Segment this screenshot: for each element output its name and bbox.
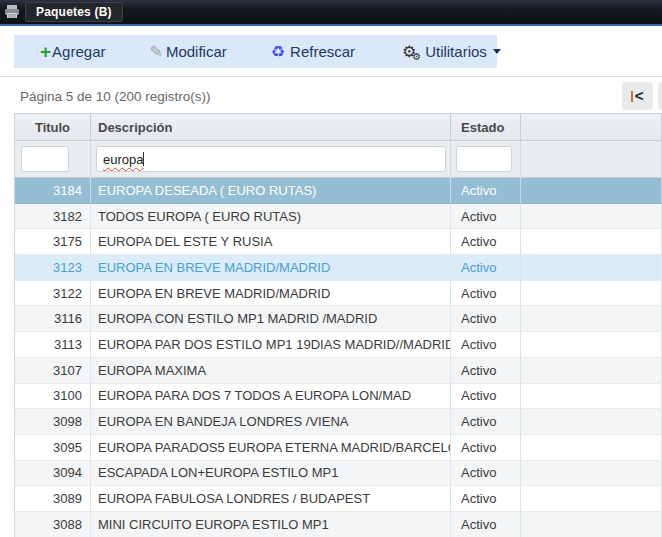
cell-titulo: 3123 bbox=[15, 255, 91, 281]
data-grid: Titulo Descripción Estado europa 3184 EU… bbox=[14, 113, 662, 537]
cell-descripcion: EUROPA PARADOS5 EUROPA ETERNA MADRID/BAR… bbox=[91, 435, 451, 461]
agregar-label: Agregar bbox=[52, 43, 105, 60]
cell-descripcion: EUROPA EN BREVE MADRID/MADRID bbox=[91, 281, 451, 307]
cell-titulo: 3122 bbox=[15, 281, 91, 307]
cell-descripcion: EUROPA EN BANDEJA LONDRES /VIENA bbox=[91, 409, 451, 435]
cell-estado: Activo bbox=[451, 461, 521, 487]
table-row[interactable]: 3182 TODOS EUROPA ( EURO RUTAS) Activo bbox=[15, 204, 662, 230]
toolbar: + Agregar ✎ Modificar ♻ Refrescar ⚙⚙ Uti… bbox=[14, 35, 497, 68]
cell-estado: Activo bbox=[451, 409, 521, 435]
table-row[interactable]: 3089 EUROPA FABULOSA LONDRES / BUDAPEST … bbox=[15, 486, 662, 512]
descripcion-filter-value: europa bbox=[103, 152, 143, 167]
cell-titulo: 3100 bbox=[15, 384, 91, 410]
cell-titulo: 3184 bbox=[15, 178, 91, 204]
cell-descripcion: EUROPA CON ESTILO MP1 MADRID /MADRID bbox=[91, 306, 451, 332]
cell-estado: Activo bbox=[451, 204, 521, 230]
table-row[interactable]: 3107 EUROPA MAXIMA Activo bbox=[15, 358, 662, 384]
app-window: Paquetes (B) + Agregar ✎ Modificar ♻ Ref… bbox=[0, 0, 662, 537]
cell-descripcion: TODOS EUROPA ( EURO RUTAS) bbox=[91, 204, 451, 230]
cell-filler bbox=[521, 409, 662, 435]
cell-estado: Activo bbox=[451, 332, 521, 358]
grid-filter-row: europa bbox=[15, 141, 662, 178]
cell-titulo: 3182 bbox=[15, 204, 91, 230]
utilitarios-label: Utilitarios bbox=[425, 43, 487, 60]
cell-descripcion: EUROPA EN BREVE MADRID/MADRID bbox=[91, 255, 451, 281]
cell-descripcion: EUROPA FABULOSA LONDRES / BUDAPEST bbox=[91, 486, 451, 512]
descripcion-filter-input[interactable]: europa bbox=[96, 146, 446, 172]
cell-estado: Activo bbox=[451, 358, 521, 384]
cell-filler bbox=[521, 358, 662, 384]
cell-descripcion: EUROPA PAR DOS ESTILO MP1 19DIAS MADRID/… bbox=[91, 332, 451, 358]
cell-estado: Activo bbox=[451, 178, 521, 204]
cell-estado: Activo bbox=[451, 255, 521, 281]
column-header-descripcion[interactable]: Descripción bbox=[91, 114, 451, 141]
cell-titulo: 3094 bbox=[15, 461, 91, 487]
cell-descripcion: ESCAPADA LON+EUROPA ESTILO MP1 bbox=[91, 461, 451, 487]
estado-filter-input[interactable] bbox=[456, 146, 512, 172]
cell-titulo: 3095 bbox=[15, 435, 91, 461]
cell-filler bbox=[521, 461, 662, 487]
cell-titulo: 3098 bbox=[15, 409, 91, 435]
cell-estado: Activo bbox=[451, 229, 521, 255]
table-row[interactable]: 3095 EUROPA PARADOS5 EUROPA ETERNA MADRI… bbox=[15, 435, 662, 461]
cell-titulo: 3175 bbox=[15, 229, 91, 255]
table-row[interactable]: 3113 EUROPA PAR DOS ESTILO MP1 19DIAS MA… bbox=[15, 332, 662, 358]
refrescar-button[interactable]: ♻ Refrescar bbox=[271, 43, 355, 60]
cell-titulo: 3089 bbox=[15, 486, 91, 512]
cell-estado: Activo bbox=[451, 435, 521, 461]
cell-filler bbox=[521, 384, 662, 410]
pencil-icon: ✎ bbox=[149, 44, 162, 60]
cell-descripcion: EUROPA MAXIMA bbox=[91, 358, 451, 384]
first-page-icon bbox=[631, 91, 633, 102]
cell-estado: Activo bbox=[451, 486, 521, 512]
table-row[interactable]: 3116 EUROPA CON ESTILO MP1 MADRID /MADRI… bbox=[15, 306, 662, 332]
caret-down-icon bbox=[493, 49, 501, 54]
cell-estado: Activo bbox=[451, 384, 521, 410]
cell-descripcion: EUROPA DESEADA ( EURO RUTAS) bbox=[91, 178, 451, 204]
cell-filler bbox=[521, 281, 662, 307]
cell-titulo: 3113 bbox=[15, 332, 91, 358]
table-row[interactable]: 3122 EUROPA EN BREVE MADRID/MADRID Activ… bbox=[15, 281, 662, 307]
modificar-label: Modificar bbox=[166, 43, 227, 60]
table-row[interactable]: 3098 EUROPA EN BANDEJA LONDRES /VIENA Ac… bbox=[15, 409, 662, 435]
column-header-titulo[interactable]: Titulo bbox=[15, 114, 91, 141]
cell-estado: Activo bbox=[451, 306, 521, 332]
titlebar: Paquetes (B) bbox=[0, 0, 662, 26]
utilitarios-dropdown-button[interactable]: ⚙⚙ Utilitarios bbox=[399, 43, 501, 60]
refrescar-label: Refrescar bbox=[290, 43, 355, 60]
first-page-button[interactable]: < bbox=[622, 82, 653, 110]
pagination-status: Página 5 de 10 (200 registro(s)) bbox=[20, 89, 211, 104]
cell-filler bbox=[521, 229, 662, 255]
cell-titulo: 3088 bbox=[15, 512, 91, 537]
cell-titulo: 3107 bbox=[15, 358, 91, 384]
window-title: Paquetes (B) bbox=[36, 5, 112, 19]
cell-filler bbox=[521, 512, 662, 537]
table-row[interactable]: 3184 EUROPA DESEADA ( EURO RUTAS) Activo bbox=[15, 178, 662, 204]
window-tab[interactable]: Paquetes (B) bbox=[25, 2, 123, 22]
cell-filler bbox=[521, 204, 662, 230]
cell-filler bbox=[521, 306, 662, 332]
modificar-button[interactable]: ✎ Modificar bbox=[149, 43, 226, 60]
cell-titulo: 3116 bbox=[15, 306, 91, 332]
table-row[interactable]: 3100 EUROPA PARA DOS 7 TODOS A EUROPA LO… bbox=[15, 384, 662, 410]
titulo-filter-input[interactable] bbox=[21, 146, 69, 172]
cell-estado: Activo bbox=[451, 281, 521, 307]
prev-page-button[interactable]: < bbox=[658, 82, 662, 110]
table-row[interactable]: 3175 EUROPA DEL ESTE Y RUSIA Activo bbox=[15, 229, 662, 255]
recycle-icon: ♻ bbox=[271, 44, 285, 60]
agregar-button[interactable]: + Agregar bbox=[40, 42, 105, 61]
grid-header-row: Titulo Descripción Estado bbox=[15, 114, 662, 141]
printer-icon bbox=[4, 5, 20, 19]
cell-estado: Activo bbox=[451, 512, 521, 537]
cell-filler bbox=[521, 178, 662, 204]
panel-divider bbox=[0, 76, 662, 77]
plus-icon: + bbox=[40, 42, 51, 61]
cell-filler bbox=[521, 486, 662, 512]
table-row[interactable]: 3088 MINI CIRCUITO EUROPA ESTILO MP1 Act… bbox=[15, 512, 662, 537]
cell-filler bbox=[521, 255, 662, 281]
cell-filler bbox=[521, 435, 662, 461]
table-row[interactable]: 3123 EUROPA EN BREVE MADRID/MADRID Activ… bbox=[15, 255, 662, 281]
column-header-estado[interactable]: Estado bbox=[451, 114, 521, 141]
table-row[interactable]: 3094 ESCAPADA LON+EUROPA ESTILO MP1 Acti… bbox=[15, 461, 662, 487]
cell-descripcion: EUROPA PARA DOS 7 TODOS A EUROPA LON/MAD bbox=[91, 384, 451, 410]
